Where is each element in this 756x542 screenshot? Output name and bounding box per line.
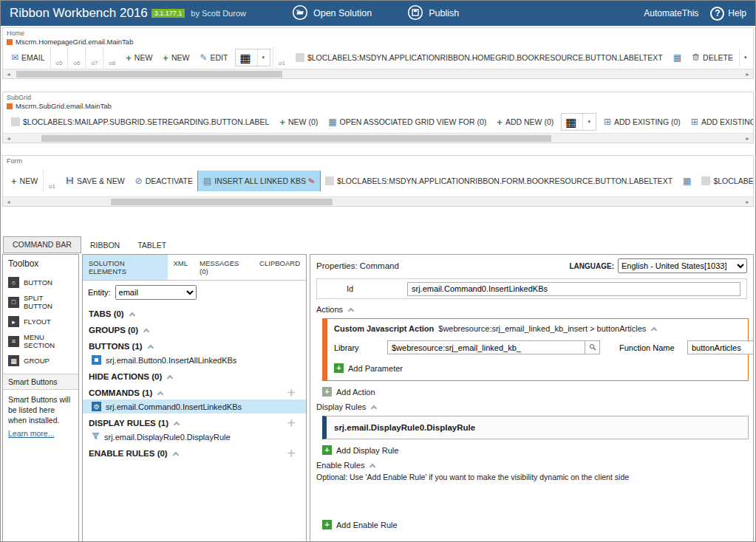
add-new-button[interactable]: + ADD NEW (0) xyxy=(491,112,559,132)
add-display-rule-label: Add Display Rule xyxy=(336,446,398,455)
grid-view-split-button[interactable]: ▦ ▾ xyxy=(235,49,270,66)
chevron-down-icon[interactable]: ▾ xyxy=(582,114,592,130)
collapse-chevron-icon[interactable] xyxy=(348,308,354,314)
action-title-row[interactable]: Custom Javascript Action $webresource:sr… xyxy=(334,324,741,333)
h-scrollbar-thumb[interactable] xyxy=(16,71,282,78)
toolbox-item-flyout[interactable]: ▸ FLYOUT xyxy=(3,313,78,330)
tree-item-button[interactable]: srj.email.Button0.InsertAllLinkedKBs xyxy=(83,353,306,367)
tab-xml[interactable]: XML xyxy=(168,255,194,280)
chevron-down-icon[interactable]: ▾ xyxy=(257,49,267,66)
help-button[interactable]: ? Help xyxy=(710,7,746,21)
tree-item-display-rule[interactable]: srj.email.DisplayRule0.DisplayRule xyxy=(83,430,306,444)
scroll-right-icon[interactable]: ► xyxy=(743,198,752,206)
id-input[interactable] xyxy=(407,282,740,296)
tree-section-groups[interactable]: GROUPS (0) xyxy=(83,320,306,337)
scroll-left-icon[interactable]: ◄ xyxy=(4,134,13,143)
add-enable-rule-button[interactable]: + xyxy=(287,450,300,457)
entity-select[interactable]: email xyxy=(115,285,197,300)
collapse-chevron-icon[interactable] xyxy=(147,345,153,351)
collapse-chevron-icon[interactable] xyxy=(371,405,377,411)
new-button[interactable]: + NEW (0) xyxy=(274,112,323,132)
add-command-button[interactable]: + xyxy=(287,389,300,397)
tab-solution-elements[interactable]: SOLUTION ELEMENTS xyxy=(83,255,168,280)
automate-this-link[interactable]: AutomateThis xyxy=(644,8,698,18)
tree-section-commands[interactable]: COMMANDS (1) + xyxy=(83,383,306,399)
display-rules-section-header[interactable]: Display Rules xyxy=(310,397,753,413)
insert-all-linked-kbs-button[interactable]: ▤ INSERT ALL LINKED KBS ✎ xyxy=(198,171,320,191)
add-display-rule-button[interactable]: + xyxy=(287,419,300,427)
group-tool-icon: ▦ xyxy=(8,355,19,366)
new-button-label: NEW xyxy=(171,53,190,62)
email-button[interactable]: ✉ EMAIL xyxy=(6,47,50,68)
new-button-label: NEW xyxy=(20,176,38,185)
tree-section-buttons[interactable]: BUTTONS (1) xyxy=(83,337,306,353)
collapse-chevron-icon[interactable] xyxy=(167,375,173,381)
library-input[interactable] xyxy=(387,340,585,354)
tab-tablet[interactable]: TABLET xyxy=(129,238,175,253)
add-parameter-button[interactable]: + Add Parameter xyxy=(334,363,741,373)
tab-messages[interactable]: MESSAGES (0) xyxy=(194,255,253,280)
tab-command-bar[interactable]: COMMAND BAR xyxy=(3,236,81,253)
scroll-right-icon[interactable]: ► xyxy=(743,134,752,143)
toolbox-item-menu-section[interactable]: ≡ MENU SECTION xyxy=(3,330,78,352)
collapse-chevron-icon[interactable] xyxy=(172,452,178,458)
toolbox-item-split-button[interactable]: □ SPLIT BUTTON xyxy=(3,291,78,313)
library-lookup-button[interactable] xyxy=(585,340,600,354)
language-select[interactable]: English - United States[1033] xyxy=(618,258,747,273)
open-solution-button[interactable]: Open Solution xyxy=(292,4,372,23)
tree-section-display-rules[interactable]: DISPLAY RULES (1) + xyxy=(83,414,306,430)
collapse-chevron-icon[interactable] xyxy=(129,312,134,318)
enable-rules-section-header[interactable]: Enable Rules xyxy=(310,455,753,471)
new-button[interactable]: + NEW xyxy=(157,47,194,68)
add-existing-button[interactable]: ⊞ ADD EXISTING (0) xyxy=(599,112,686,132)
collapse-chevron-icon[interactable] xyxy=(174,422,180,428)
function-name-input[interactable] xyxy=(687,340,754,354)
loclabel-bookresource-button[interactable]: $LOCLABELS:MSDYN.APPLICATIONRIBBON.HOMEG… xyxy=(290,47,668,68)
tab-ribbon[interactable]: RIBBON xyxy=(81,238,129,253)
toolbox-item-button[interactable]: ○ BUTTON xyxy=(3,274,78,291)
scroll-left-icon[interactable]: ◄ xyxy=(4,198,13,206)
save-and-new-button[interactable]: SAVE & NEW xyxy=(61,171,130,191)
collapse-chevron-icon[interactable] xyxy=(143,329,149,335)
add-action-button[interactable]: + Add Action xyxy=(322,387,753,397)
loclabel-setregarding-button[interactable]: $LOCLABELS:MAILAPP.SUBGRID.SETREGARDING.… xyxy=(6,112,274,132)
deactivate-button[interactable]: ⊘ DEACTIVATE xyxy=(130,171,198,191)
toolbox-item-group[interactable]: ▦ GROUP xyxy=(3,352,78,369)
tree-section-tabs[interactable]: TABS (0) xyxy=(83,304,306,320)
open-associated-grid-button[interactable]: ▦ OPEN ASSOCIATED GRID VIEW FOR (0) xyxy=(323,112,491,132)
edit-button[interactable]: ✎ EDIT xyxy=(194,47,233,68)
grid-icon-button[interactable]: ▦ xyxy=(668,47,687,68)
tab-clipboard[interactable]: CLIPBOARD xyxy=(253,255,306,280)
learn-more-link[interactable]: Learn more... xyxy=(3,428,78,439)
new-button[interactable]: + NEW xyxy=(6,171,43,191)
form-horizontal-scrollbar[interactable]: ◄ ► xyxy=(3,196,753,206)
chevron-down-icon[interactable]: ▾ xyxy=(739,49,749,66)
tree-section-hide-actions[interactable]: HIDE ACTIONS (0) xyxy=(83,367,306,383)
publish-button[interactable]: Publish xyxy=(407,4,459,23)
display-rule-box[interactable]: srj.email.DisplayRule0.DisplayRule xyxy=(322,416,749,439)
scroll-left-icon[interactable]: ◄ xyxy=(4,70,13,78)
h-scrollbar-thumb[interactable] xyxy=(41,135,551,142)
grid-view-split-button[interactable]: ▦ ▾ xyxy=(561,113,596,131)
scroll-right-icon[interactable]: ► xyxy=(743,70,752,78)
collapse-chevron-icon[interactable] xyxy=(370,464,375,470)
loclabel-form-bookresource-button[interactable]: $LOCLABELS:MSDYN.APPLICATIONRIBBON.FORM.… xyxy=(320,171,678,191)
add-display-rule-button[interactable]: + Add Display Rule xyxy=(322,445,753,455)
grid-icon-button[interactable]: ▦ xyxy=(678,171,696,191)
h-scrollbar-thumb[interactable] xyxy=(111,199,333,205)
loclabel-guidedhelp-button[interactable]: $LOCLABELS:GUIDEDHELP.LABELTEXT xyxy=(696,171,753,191)
tree-section-label: TABS (0) xyxy=(89,309,124,318)
tree-item-command-selected[interactable]: ⚙ srj.email.Command0.InsertLinkedKBs xyxy=(83,399,306,414)
loclabel-setregarding-label: $LOCLABELS:MAILAPP.SUBGRID.SETREGARDING.… xyxy=(23,117,269,126)
collapse-chevron-icon[interactable] xyxy=(157,391,163,397)
subgrid-horizontal-scrollbar[interactable]: ◄ ► xyxy=(3,133,753,143)
actions-section-header[interactable]: Actions xyxy=(310,299,753,315)
tree-section-enable-rules[interactable]: ENABLE RULES (0) + xyxy=(83,444,306,460)
version-badge: 3.1.177.1 xyxy=(151,9,185,18)
delete-button[interactable]: DELETE ▾ xyxy=(687,47,753,68)
add-existing-button[interactable]: ⊞ ADD EXISTING (0) xyxy=(686,112,753,132)
add-enable-rule-button[interactable]: + Add Enable Rule xyxy=(322,520,753,529)
home-horizontal-scrollbar[interactable]: ◄ ► xyxy=(3,69,753,78)
new-button[interactable]: + NEW xyxy=(120,47,157,68)
collapse-chevron-icon[interactable] xyxy=(651,327,657,333)
